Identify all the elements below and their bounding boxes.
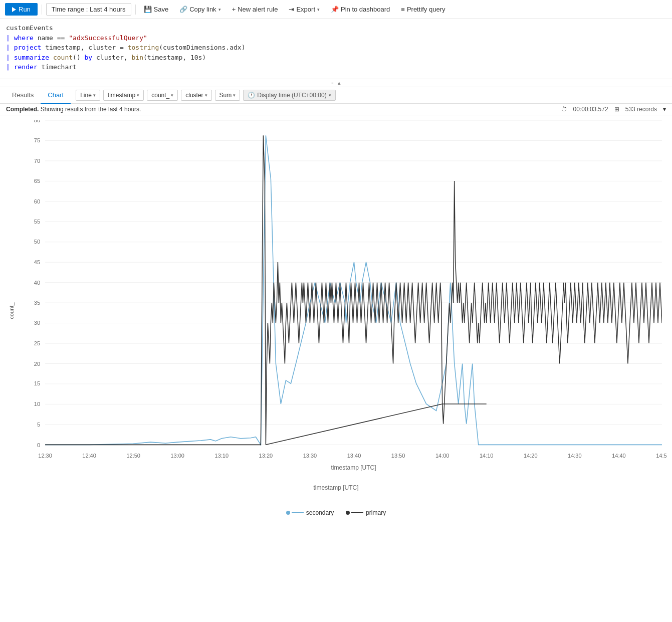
svg-text:14:20: 14:20 — [524, 453, 538, 459]
svg-text:14:30: 14:30 — [568, 453, 582, 459]
tab-chart[interactable]: Chart — [41, 87, 71, 104]
copy-link-button[interactable]: 🔗 Copy link ▾ — [175, 4, 225, 15]
timestamp-dropdown[interactable]: timestamp ▾ — [103, 90, 144, 101]
code-line-4: | summarize count() by cluster, bin(time… — [6, 53, 666, 63]
svg-rect-0 — [45, 120, 662, 448]
toolbar-separator-2 — [135, 5, 136, 15]
legend-primary: primary — [346, 509, 386, 516]
collapse-chevron: ▲ — [337, 80, 342, 86]
collapse-bar[interactable]: ··· ▲ — [0, 79, 672, 87]
primary-dot — [346, 511, 350, 515]
sum-dropdown[interactable]: Sum ▾ — [215, 90, 241, 101]
svg-text:14:40: 14:40 — [612, 453, 626, 459]
export-button[interactable]: ⇥ Export ▾ — [285, 4, 324, 15]
svg-text:13:10: 13:10 — [215, 453, 229, 459]
expand-button[interactable]: ▾ — [663, 106, 666, 113]
new-alert-label: New alert rule — [238, 6, 278, 13]
chart-inner: 80 75 70 65 60 55 50 45 40 — [25, 120, 667, 476]
secondary-label: secondary — [306, 509, 334, 516]
svg-text:13:20: 13:20 — [259, 453, 273, 459]
count-chevron: ▾ — [171, 93, 173, 98]
status-bar: Completed. Showing results from the last… — [0, 104, 672, 115]
collapse-icon: ··· — [330, 80, 334, 86]
line-chevron: ▾ — [93, 93, 96, 98]
display-time-button[interactable]: 🕐 Display time (UTC+00:00) ▾ — [243, 90, 335, 101]
chart-svg: 80 75 70 65 60 55 50 45 40 — [25, 120, 667, 476]
code-line-5: | render timechart — [6, 62, 666, 72]
copy-link-label: Copy link — [189, 6, 216, 13]
pin-icon: 📌 — [331, 6, 339, 13]
svg-text:14:00: 14:00 — [435, 453, 450, 459]
code-line-2: | where name == "adxSuccessfulQuery" — [6, 33, 666, 43]
secondary-dot — [286, 511, 290, 515]
copy-link-icon: 🔗 — [179, 6, 187, 13]
duration-icon: ⏱ — [561, 106, 567, 113]
svg-text:13:50: 13:50 — [391, 453, 405, 459]
prettify-button[interactable]: ≡ Prettify query — [397, 4, 449, 15]
secondary-line — [292, 512, 304, 513]
new-alert-button[interactable]: + New alert rule — [228, 4, 282, 15]
svg-text:14:10: 14:10 — [480, 453, 494, 459]
svg-text:65: 65 — [34, 178, 40, 184]
clock-icon: 🕐 — [248, 92, 255, 99]
svg-text:45: 45 — [34, 259, 40, 265]
export-label: Export — [296, 6, 315, 13]
y-axis-label: count_ — [9, 302, 15, 319]
play-icon — [12, 7, 16, 12]
svg-text:70: 70 — [34, 157, 40, 163]
result-tabs: Results Chart Line ▾ timestamp ▾ count_ … — [0, 87, 672, 104]
cluster-dropdown[interactable]: cluster ▾ — [181, 90, 211, 101]
status-right: ⏱ 00:00:03.572 ⊞ 533 records ▾ — [561, 106, 666, 113]
svg-text:0: 0 — [37, 442, 40, 448]
svg-text:75: 75 — [34, 137, 40, 143]
duration-value: 00:00:03.572 — [573, 106, 608, 113]
pin-button[interactable]: 📌 Pin to dashboard — [327, 4, 394, 15]
run-label: Run — [19, 6, 31, 13]
display-time-chevron: ▾ — [329, 93, 331, 98]
code-line-1: customEvents — [6, 23, 666, 33]
time-range-button[interactable]: Time range : Last 4 hours — [46, 3, 131, 16]
new-alert-icon: + — [232, 6, 236, 13]
pin-label: Pin to dashboard — [341, 6, 390, 13]
status-message: Showing results from the last 4 hours. — [41, 106, 141, 113]
svg-text:35: 35 — [34, 299, 40, 305]
svg-text:55: 55 — [34, 218, 40, 224]
svg-text:10: 10 — [34, 401, 40, 407]
count-dropdown[interactable]: count_ ▾ — [147, 90, 178, 101]
svg-text:30: 30 — [34, 320, 40, 326]
run-button[interactable]: Run — [5, 3, 38, 16]
svg-text:12:50: 12:50 — [126, 453, 140, 459]
save-button[interactable]: 💾 Save — [140, 4, 173, 15]
completed-label: Completed. — [6, 106, 39, 113]
x-axis-label: timestamp [UTC] — [313, 484, 358, 491]
primary-label: primary — [366, 509, 386, 516]
save-label: Save — [154, 6, 169, 13]
prettify-label: Prettify query — [407, 6, 445, 13]
primary-line — [351, 512, 363, 513]
export-icon: ⇥ — [289, 6, 294, 13]
svg-text:12:30: 12:30 — [38, 453, 52, 459]
toolbar: Run Time range : Last 4 hours 💾 Save 🔗 C… — [0, 0, 672, 19]
svg-text:13:30: 13:30 — [303, 453, 317, 459]
svg-text:14:50: 14:50 — [656, 453, 667, 459]
line-dropdown[interactable]: Line ▾ — [76, 90, 100, 101]
svg-text:5: 5 — [37, 422, 40, 428]
export-chevron: ▾ — [317, 7, 320, 12]
records-count: 533 records — [625, 106, 657, 113]
code-editor[interactable]: customEvents | where name == "adxSuccess… — [0, 19, 672, 79]
svg-text:60: 60 — [34, 198, 40, 204]
svg-text:timestamp [UTC]: timestamp [UTC] — [331, 464, 376, 471]
chart-container: count_ 80 75 70 65 6 — [0, 115, 672, 506]
copy-link-chevron: ▾ — [218, 7, 221, 12]
timestamp-chevron: ▾ — [137, 93, 139, 98]
svg-text:20: 20 — [34, 360, 40, 366]
save-icon: 💾 — [144, 6, 152, 13]
time-range-label: Time range : Last 4 hours — [52, 6, 126, 13]
svg-text:13:40: 13:40 — [347, 453, 361, 459]
records-icon: ⊞ — [614, 106, 619, 113]
svg-text:50: 50 — [34, 239, 40, 245]
svg-text:25: 25 — [34, 340, 40, 346]
tab-results[interactable]: Results — [5, 87, 41, 104]
cluster-chevron: ▾ — [205, 93, 207, 98]
toolbar-separator-1 — [42, 5, 42, 15]
